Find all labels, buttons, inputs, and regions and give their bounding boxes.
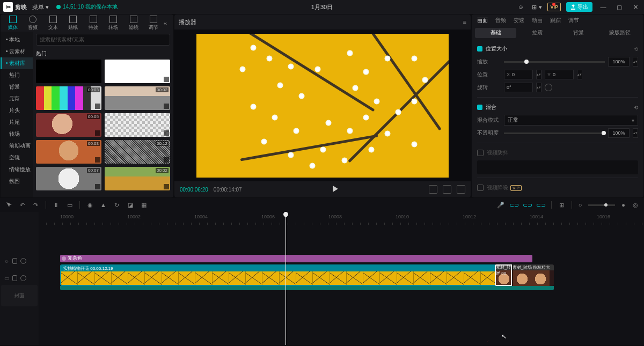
- media-thumbnail[interactable]: [36, 60, 101, 83]
- subtab-background[interactable]: 背景: [558, 28, 599, 38]
- audio-waveform-strip[interactable]: [60, 286, 554, 290]
- zoom-fit-icon[interactable]: ◎: [632, 202, 639, 209]
- lock-icon[interactable]: [12, 258, 17, 264]
- play-button[interactable]: [247, 186, 423, 193]
- video-denoise-toggle[interactable]: 视频降噪VIP: [477, 181, 638, 194]
- visibility-icon[interactable]: [20, 275, 26, 281]
- minimize-button[interactable]: —: [598, 2, 609, 12]
- tab-adjust[interactable]: 调节: [144, 15, 164, 31]
- safe-zone-button[interactable]: [429, 185, 437, 194]
- media-nav-item[interactable]: 片尾: [1, 116, 33, 128]
- download-icon[interactable]: [95, 77, 100, 82]
- playhead[interactable]: [286, 212, 286, 345]
- media-nav-item[interactable]: 氛围: [1, 175, 33, 187]
- collapse-sidebar-button[interactable]: «: [164, 20, 171, 26]
- video-stabilize-toggle[interactable]: 视频防抖: [477, 146, 638, 159]
- track-layout-icon[interactable]: ⊞: [558, 202, 565, 209]
- media-thumbnail[interactable]: 00:07: [36, 167, 101, 190]
- reset-position-icon[interactable]: ⟲: [634, 46, 638, 52]
- zoom-out-icon[interactable]: ○: [579, 202, 582, 208]
- media-thumbnail[interactable]: 00:03: [36, 140, 101, 164]
- search-input[interactable]: 搜索贴纸素材/元素: [36, 34, 170, 46]
- feedback-button[interactable]: ☺: [515, 2, 526, 12]
- rotation-stepper[interactable]: ▴▾: [536, 83, 541, 92]
- clip-selection-handle[interactable]: [495, 264, 512, 286]
- magnet-icon[interactable]: ⊂⊃: [511, 202, 518, 209]
- export-button[interactable]: 导出: [566, 2, 592, 12]
- download-icon[interactable]: [164, 157, 169, 163]
- scale-value[interactable]: 100%: [608, 57, 630, 67]
- position-x-input[interactable]: X0: [504, 70, 533, 79]
- tab-filter[interactable]: 滤镜: [123, 15, 144, 31]
- crop-icon[interactable]: ◪: [127, 202, 134, 209]
- opacity-stepper[interactable]: ▴▾: [633, 128, 638, 138]
- media-nav-item[interactable]: • 云素材: [1, 46, 33, 57]
- redo-icon[interactable]: ↷: [32, 202, 39, 209]
- scale-stepper[interactable]: ▴▾: [633, 57, 638, 67]
- visibility-icon[interactable]: [20, 258, 26, 264]
- ratio-button[interactable]: [443, 185, 451, 194]
- media-nav-item[interactable]: 片头: [1, 105, 33, 116]
- video-clip-main[interactable]: 实拍植物开花 00:00:12:19: [60, 264, 532, 286]
- reset-blend-icon[interactable]: ⟲: [634, 105, 638, 111]
- rotate-icon[interactable]: ↻: [113, 202, 120, 209]
- track-header-video[interactable]: ▭: [0, 272, 39, 284]
- media-nav-item[interactable]: 情绪慢放: [1, 164, 33, 175]
- video-clip-secondary[interactable]: 素材_转 素材_转场 粒粒粒大屏 00: [495, 264, 554, 286]
- media-thumbnail[interactable]: 00:05: [36, 113, 101, 137]
- subtab-basic[interactable]: 基础: [475, 28, 516, 38]
- timeline-ruler[interactable]: 1000010002100041000610008100101001210014…: [39, 212, 644, 226]
- track-header-effect[interactable]: ☼: [0, 255, 39, 267]
- layout-switch-button[interactable]: ⊞ ▾: [531, 2, 542, 12]
- tab-media[interactable]: 媒体: [3, 15, 23, 31]
- lock-icon[interactable]: [12, 275, 17, 281]
- tab-audio-prop[interactable]: 音频: [495, 17, 506, 24]
- main-menu-dropdown[interactable]: 菜单 ▾: [32, 3, 49, 11]
- cover-button[interactable]: 封面: [1, 285, 38, 306]
- media-thumbnail[interactable]: 00:03: [36, 86, 101, 110]
- preview-sync-icon[interactable]: ⊂⊃: [538, 202, 545, 209]
- download-icon[interactable]: [95, 157, 100, 163]
- tab-animation[interactable]: 动画: [532, 17, 543, 24]
- subtab-mask[interactable]: 蒙版路径: [599, 28, 640, 38]
- tab-adjust-prop[interactable]: 调节: [568, 17, 579, 24]
- position-y-stepper[interactable]: ▴▾: [577, 70, 582, 79]
- color-adjustment-clip[interactable]: 复杂色: [60, 255, 532, 262]
- tab-audio[interactable]: 音频: [23, 15, 43, 31]
- timeline-tracks-area[interactable]: 1000010002100041000610008100101001210014…: [39, 212, 644, 345]
- opacity-value[interactable]: 100%: [608, 128, 630, 138]
- media-thumbnail[interactable]: [105, 113, 170, 137]
- media-thumbnail[interactable]: 00:02: [105, 86, 170, 110]
- preview-menu-icon[interactable]: ≡: [463, 19, 466, 25]
- position-x-stepper[interactable]: ▴▾: [536, 70, 541, 79]
- media-nav-item[interactable]: 空镜: [1, 152, 33, 164]
- media-nav-item[interactable]: • 素材库: [1, 57, 33, 69]
- media-nav-item[interactable]: • 本地: [1, 34, 33, 46]
- media-nav-item[interactable]: 前期动画: [1, 140, 33, 152]
- maximize-button[interactable]: ▢: [614, 2, 625, 12]
- rotation-input[interactable]: 0°: [504, 83, 533, 92]
- mirror-icon[interactable]: ▲: [100, 202, 107, 209]
- undo-icon[interactable]: ↶: [19, 202, 26, 209]
- media-thumbnail[interactable]: 00:12: [105, 140, 170, 164]
- media-nav-item[interactable]: 热门: [1, 69, 33, 81]
- freeze-icon[interactable]: ▦: [140, 202, 147, 209]
- speed-icon[interactable]: ◉: [86, 202, 93, 209]
- tab-text[interactable]: 文本: [43, 15, 63, 31]
- select-tool-icon[interactable]: [5, 202, 12, 209]
- mic-icon[interactable]: 🎤: [497, 202, 504, 209]
- download-icon[interactable]: [164, 104, 169, 109]
- download-icon[interactable]: [164, 184, 169, 189]
- split-icon[interactable]: Ⅱ: [53, 202, 60, 209]
- rotation-dial-icon[interactable]: [545, 84, 552, 91]
- preview-viewport[interactable]: [174, 30, 471, 181]
- download-icon[interactable]: [164, 130, 169, 136]
- vip-badge[interactable]: VIP: [547, 3, 561, 11]
- download-icon[interactable]: [95, 104, 100, 109]
- zoom-slider[interactable]: [588, 204, 615, 206]
- tab-picture[interactable]: 画面: [477, 17, 488, 24]
- download-icon[interactable]: [95, 130, 100, 136]
- tab-sticker[interactable]: 贴纸: [63, 15, 84, 31]
- tab-transition[interactable]: 转场: [104, 15, 124, 31]
- link-icon[interactable]: ⊂⊃: [524, 202, 531, 209]
